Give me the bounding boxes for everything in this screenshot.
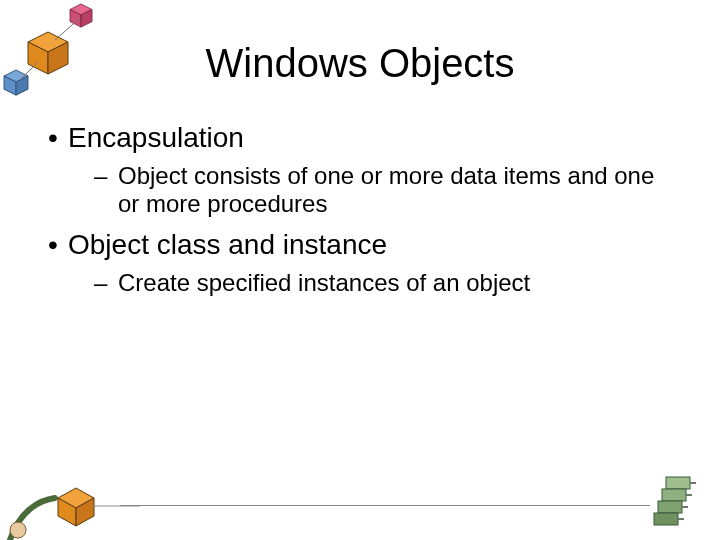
bullet-level2: – Create specified instances of an objec… [94,269,668,297]
decorative-stack-bottom-right [652,475,702,530]
decorative-person-bottom-left [0,470,160,540]
bullet-text: Object consists of one or more data item… [118,162,668,219]
bullet-marker: – [94,162,118,190]
bullet-marker: • [48,122,68,154]
bullet-marker: – [94,269,118,297]
svg-rect-15 [666,477,690,489]
slide: Windows Objects • Encapsulation – Object… [0,0,720,540]
bullet-marker: • [48,229,68,261]
bullet-level1: • Encapsulation [48,122,668,154]
svg-rect-17 [658,501,682,513]
decorative-horizontal-line [120,505,650,506]
svg-rect-16 [662,489,686,501]
bullet-text: Object class and instance [68,229,387,261]
bullet-level1: • Object class and instance [48,229,668,261]
slide-body: • Encapsulation – Object consists of one… [48,122,668,307]
svg-rect-18 [654,513,678,525]
svg-line-9 [55,18,80,40]
slide-title: Windows Objects [0,41,720,86]
svg-point-11 [10,522,26,538]
bullet-text: Encapsulation [68,122,244,154]
bullet-level2: – Object consists of one or more data it… [94,162,668,219]
bullet-text: Create specified instances of an object [118,269,530,297]
